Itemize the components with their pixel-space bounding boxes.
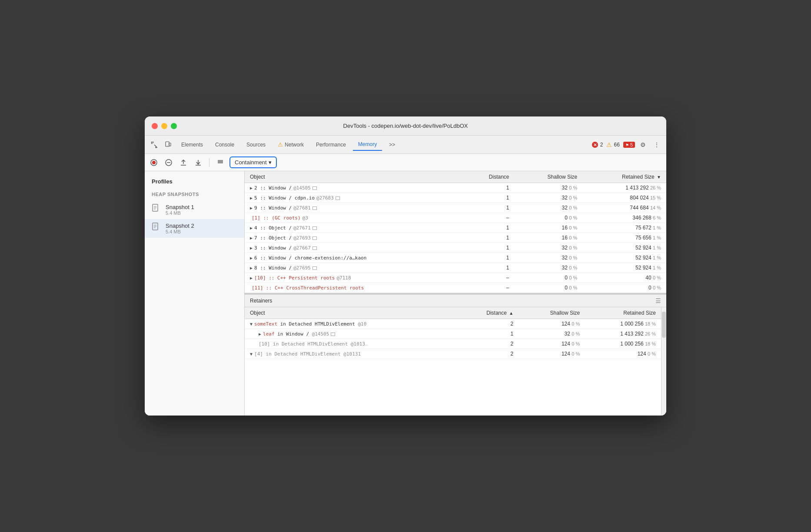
ret-object-name: [10] in Detached HTMLDivElement @1013… bbox=[259, 341, 368, 347]
table-row[interactable]: ▶8 :: Window /@27695132 0 %52 924 1 % bbox=[245, 263, 666, 273]
toolbar-divider bbox=[209, 158, 209, 167]
shallow-value: 32 0 % bbox=[515, 193, 583, 203]
svg-point-6 bbox=[167, 146, 167, 146]
clear-button[interactable] bbox=[163, 157, 174, 168]
retainers-scrollbar[interactable] bbox=[661, 307, 666, 416]
object-id: @27667 bbox=[293, 245, 311, 251]
svg-rect-19 bbox=[219, 162, 221, 163]
issues-badge[interactable]: ⚑ 5 bbox=[623, 142, 635, 148]
object-name: 9 :: Window / bbox=[254, 205, 292, 211]
download-button[interactable] bbox=[193, 157, 204, 168]
tab-sources[interactable]: Sources bbox=[241, 139, 271, 150]
table-row[interactable]: ▶3 :: Window /@27667132 0 %52 924 1 % bbox=[245, 243, 666, 253]
table-row[interactable]: ▼someText in Detached HTMLDivElement @10… bbox=[245, 319, 661, 329]
window-controls bbox=[152, 123, 177, 129]
inspect-element-icon[interactable] bbox=[148, 139, 160, 151]
maximize-button[interactable] bbox=[171, 123, 177, 129]
snapshot2-info: Snapshot 2 5.4 MB bbox=[166, 223, 194, 234]
tab-performance[interactable]: Performance bbox=[311, 139, 351, 150]
col-shallow[interactable]: Shallow Size bbox=[515, 171, 583, 183]
more-tabs-button[interactable]: >> bbox=[384, 139, 400, 150]
table-row[interactable]: ▶leaf in Window / @14505132 0 %1 413 292… bbox=[245, 329, 661, 339]
main-toolbar: Elements Console Sources ⚠ Network Perfo… bbox=[145, 136, 666, 154]
ret-col-retained[interactable]: Retained Size bbox=[585, 307, 661, 319]
shallow-value: 32 0 % bbox=[515, 243, 583, 253]
ret-col-object[interactable]: Object bbox=[245, 307, 457, 319]
expand-arrow-icon[interactable]: ▼ bbox=[250, 352, 253, 356]
retainers-menu-icon[interactable]: ☰ bbox=[655, 297, 661, 304]
shallow-value: 0 0 % bbox=[515, 273, 583, 283]
table-row[interactable]: ▶9 :: Window /@27681132 0 %744 684 14 % bbox=[245, 203, 666, 213]
distance-value: 1 bbox=[457, 329, 519, 339]
shallow-value: 16 0 % bbox=[515, 223, 583, 233]
table-row[interactable]: ▶5 :: Window / cdpn.io@27683132 0 %804 0… bbox=[245, 193, 666, 203]
expand-arrow-icon[interactable]: ▶ bbox=[259, 332, 261, 336]
object-id: @3 bbox=[302, 215, 308, 221]
window-icon bbox=[312, 236, 317, 240]
distance-value: 1 bbox=[462, 183, 515, 193]
more-options-icon[interactable]: ⋮ bbox=[651, 139, 663, 151]
distance-value: – bbox=[462, 273, 515, 283]
expand-arrow-icon[interactable]: ▶ bbox=[250, 186, 253, 190]
error-badge[interactable]: ✕ 2 bbox=[592, 141, 603, 148]
device-toolbar-icon[interactable] bbox=[162, 139, 174, 151]
warning-badge[interactable]: ⚠ 66 bbox=[606, 141, 619, 148]
table-row[interactable]: ▼[4] in Detached HTMLDivElement @1013121… bbox=[245, 349, 661, 359]
expand-arrow-icon[interactable]: ▶ bbox=[250, 206, 253, 210]
containment-dropdown[interactable]: Containment ▾ bbox=[229, 156, 277, 168]
col-retained[interactable]: Retained Size ▼ bbox=[582, 171, 666, 183]
warning-triangle-icon: ⚠ bbox=[606, 141, 612, 148]
object-name: 4 :: Object / bbox=[254, 225, 292, 231]
table-row[interactable]: ▶[10] :: C++ Persistent roots@7118–0 0 %… bbox=[245, 273, 666, 283]
close-button[interactable] bbox=[152, 123, 158, 129]
expand-arrow-icon[interactable]: ▼ bbox=[250, 322, 253, 326]
table-row[interactable]: [11] :: C++ CrossThreadPersistent roots–… bbox=[245, 283, 666, 293]
table-row[interactable]: [1] :: (GC roots)@3–0 0 %346 268 6 % bbox=[245, 213, 666, 223]
upload-button[interactable] bbox=[178, 157, 189, 168]
svg-text:✕: ✕ bbox=[593, 143, 597, 147]
record-button[interactable] bbox=[148, 157, 160, 168]
expand-arrow-icon[interactable]: ▶ bbox=[250, 276, 253, 280]
content-area: Profiles HEAP SNAPSHOTS Snapshot 1 5.4 M… bbox=[145, 171, 666, 416]
tab-elements[interactable]: Elements bbox=[176, 139, 208, 150]
snapshot1-info: Snapshot 1 5.4 MB bbox=[166, 204, 194, 216]
tab-network[interactable]: ⚠ Network bbox=[273, 139, 309, 150]
table-row[interactable]: ▶4 :: Object /@27671116 0 %75 672 1 % bbox=[245, 223, 666, 233]
settings-icon[interactable]: ⚙ bbox=[637, 139, 649, 151]
heap-snapshots-title: HEAP SNAPSHOTS bbox=[145, 190, 244, 200]
expand-arrow-icon[interactable]: ▶ bbox=[250, 266, 253, 270]
shallow-value: 124 0 % bbox=[519, 319, 585, 329]
devtools-window: DevTools - codepen.io/web-dot-dev/live/P… bbox=[145, 116, 666, 416]
tab-memory[interactable]: Memory bbox=[353, 139, 382, 151]
col-distance[interactable]: Distance bbox=[462, 171, 515, 183]
ret-col-shallow[interactable]: Shallow Size bbox=[519, 307, 585, 319]
expand-arrow-icon[interactable]: ▶ bbox=[250, 226, 253, 230]
table-row[interactable]: ▶6 :: Window / chrome-extension://a…kaon… bbox=[245, 253, 666, 263]
distance-value: 2 bbox=[457, 319, 519, 329]
sidebar-item-snapshot2[interactable]: Snapshot 2 5.4 MB bbox=[145, 219, 244, 238]
expand-arrow-icon[interactable]: ▶ bbox=[250, 246, 253, 250]
distance-value: 1 bbox=[462, 263, 515, 273]
ret-col-distance[interactable]: Distance ▲ bbox=[457, 307, 519, 319]
expand-arrow-icon[interactable]: ▶ bbox=[250, 196, 253, 200]
shallow-value: 32 0 % bbox=[515, 183, 583, 193]
object-name: 6 :: Window / chrome-extension://a…kaon bbox=[254, 255, 366, 261]
retained-value: 1 413 292 26 % bbox=[585, 329, 661, 339]
col-object[interactable]: Object bbox=[245, 171, 462, 183]
shallow-value: 124 0 % bbox=[519, 349, 585, 359]
retained-value: 0 0 % bbox=[582, 283, 666, 293]
expand-arrow-icon[interactable]: ▶ bbox=[250, 256, 253, 260]
minimize-button[interactable] bbox=[161, 123, 167, 129]
tab-console[interactable]: Console bbox=[210, 139, 239, 150]
table-row[interactable]: ▶2 :: Window /@14505132 0 %1 413 292 26 … bbox=[245, 183, 666, 193]
table-row[interactable]: [10] in Detached HTMLDivElement @1013…21… bbox=[245, 339, 661, 349]
collect-garbage-button[interactable] bbox=[215, 157, 226, 168]
table-row[interactable]: ▶7 :: Object /@27693116 0 %75 656 1 % bbox=[245, 233, 666, 243]
network-warning-icon: ⚠ bbox=[278, 141, 283, 148]
expand-arrow-icon[interactable]: ▶ bbox=[250, 236, 253, 240]
distance-value: – bbox=[462, 283, 515, 293]
object-name: 8 :: Window / bbox=[254, 265, 292, 271]
retained-value: 52 924 1 % bbox=[582, 243, 666, 253]
sidebar-item-snapshot1[interactable]: Snapshot 1 5.4 MB bbox=[145, 200, 244, 219]
secondary-toolbar: Containment ▾ bbox=[145, 154, 666, 171]
